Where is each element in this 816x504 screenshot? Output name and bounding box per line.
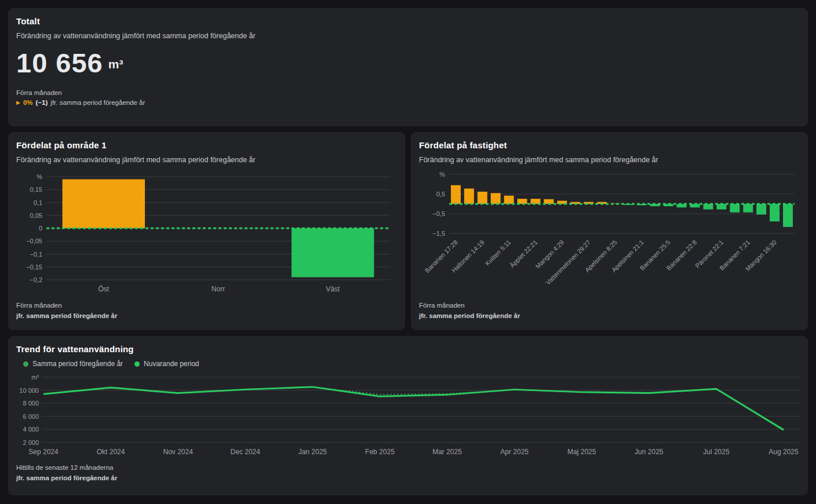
bar[interactable] xyxy=(743,204,753,213)
area-panel-subtitle: Förändring av vattenanvändning jämfört m… xyxy=(16,156,397,164)
trend-footer-line1: Hittills de senaste 12 månaderna xyxy=(16,463,800,473)
delta-comparison-text: jfr. samma period föregående år xyxy=(50,99,145,106)
legend-label: Nuvarande period xyxy=(144,360,199,368)
area-bar-chart: 0,150,10,050−0,05−0,1−0,15−0,2%ÖstNorrVä… xyxy=(16,169,397,298)
x-tick-label: Norr xyxy=(212,285,225,293)
bar[interactable] xyxy=(756,204,766,214)
x-tick-label: Sep 2024 xyxy=(28,448,59,456)
total-value: 10 656 m³ xyxy=(16,49,800,76)
total-panel-title: Totalt xyxy=(16,16,800,26)
y-tick-label: −0,5 xyxy=(432,210,445,217)
bar[interactable] xyxy=(504,196,514,204)
trend-panel-title: Trend för vattenanvändning xyxy=(16,344,800,354)
trend-legend: Samma period föregående årNuvarande peri… xyxy=(23,360,800,368)
x-tick-label: Okt 2024 xyxy=(97,448,125,456)
dashboard: Totalt Förändring av vattenanvändning jä… xyxy=(0,0,816,503)
legend-item[interactable]: Samma period föregående år xyxy=(23,360,123,368)
bar[interactable] xyxy=(730,204,740,213)
bar[interactable] xyxy=(491,193,501,204)
property-footer-line2: jfr. samma period föregående år xyxy=(419,311,800,322)
y-tick-label: −0,2 xyxy=(30,276,42,283)
delta-count: (−1) xyxy=(36,99,48,106)
y-tick-label: 0,05 xyxy=(30,212,42,219)
x-tick-label: Jan 2025 xyxy=(298,448,327,456)
legend-dot-icon xyxy=(134,361,140,367)
y-axis-unit: % xyxy=(37,173,42,180)
legend-item[interactable]: Nuvarande period xyxy=(134,360,199,368)
bar[interactable] xyxy=(451,185,461,204)
y-tick-label: 10 000 xyxy=(19,387,39,394)
property-panel-title: Fördelat på fastighet xyxy=(419,140,800,150)
legend-label: Samma period föregående år xyxy=(32,360,123,368)
y-tick-label: 6 000 xyxy=(23,413,39,420)
trend-panel: Trend för vattenanvändning Samma period … xyxy=(8,336,808,495)
total-panel-subtitle: Förändring av vattenanvändning jämfört m… xyxy=(16,32,800,40)
x-tick-label: Dec 2024 xyxy=(231,448,261,456)
bar[interactable] xyxy=(770,204,779,221)
delta-percent: 0% xyxy=(23,99,33,106)
x-tick-label: Apr 2025 xyxy=(500,448,529,456)
total-panel: Totalt Förändring av vattenanvändning jä… xyxy=(8,8,808,126)
property-panel-subtitle: Förändring av vattenanvändning jämfört m… xyxy=(419,156,800,164)
x-tick-label: Aug 2025 xyxy=(768,448,799,456)
bar[interactable] xyxy=(63,179,145,228)
bar[interactable] xyxy=(292,228,374,277)
total-number: 10 656 xyxy=(16,49,103,76)
y-tick-label: −0,05 xyxy=(26,238,42,244)
property-panel: Fördelat på fastighet Förändring av vatt… xyxy=(411,132,808,330)
area-panel-footer: Förra månaden jfr. samma period föregåen… xyxy=(16,301,397,322)
y-tick-label: 8 000 xyxy=(23,400,39,407)
area-footer-line1: Förra månaden xyxy=(16,301,397,311)
y-axis-unit: m³ xyxy=(31,374,39,381)
y-tick-label: −0,1 xyxy=(30,251,42,258)
property-bar-chart: 0,5−0,5−1,5%Bananen 17:28Hallonen 14:19K… xyxy=(419,169,800,298)
middle-row: Fördelat på område 1 Förändring av vatte… xyxy=(8,132,808,330)
y-tick-label: 0,1 xyxy=(34,199,42,206)
y-tick-label: 0,5 xyxy=(436,191,445,198)
y-tick-label: 0,15 xyxy=(30,186,42,193)
y-tick-label: 4 000 xyxy=(23,426,39,433)
x-tick-label: Jul 2025 xyxy=(703,448,730,456)
x-tick-label: Mar 2025 xyxy=(432,448,462,456)
x-tick-label: Nov 2024 xyxy=(163,448,193,456)
x-tick-label: Jun 2025 xyxy=(635,448,664,456)
bar[interactable] xyxy=(464,188,474,204)
legend-dot-icon xyxy=(23,361,28,367)
trend-right-arrow-icon: ▶ xyxy=(16,100,20,105)
trend-line-chart: 10 0008 0006 0004 0002 000m³Sep 2024Okt … xyxy=(16,372,800,459)
trend-line-current[interactable] xyxy=(43,387,784,430)
area-panel-title: Fördelat på område 1 xyxy=(16,140,397,150)
x-tick-label: Kvitten 5:11 xyxy=(484,239,512,267)
bar[interactable] xyxy=(783,204,793,227)
total-unit: m³ xyxy=(108,57,123,71)
y-axis-unit: % xyxy=(439,171,445,178)
bar[interactable] xyxy=(478,192,487,204)
area-footer-line2: jfr. samma period föregående år xyxy=(16,311,397,322)
delta-row: ▶ 0% (−1) jfr. samma period föregående å… xyxy=(16,99,800,106)
x-tick-label: Väst xyxy=(326,285,340,293)
x-tick-label: Maj 2025 xyxy=(567,448,596,456)
y-tick-label: −0,15 xyxy=(26,264,42,271)
trend-footer-line2: jfr. samma period föregående år xyxy=(16,473,800,484)
area-panel: Fördelat på område 1 Förändring av vatte… xyxy=(8,132,405,330)
x-tick-label: Öst xyxy=(98,285,109,293)
x-tick-label: Feb 2025 xyxy=(365,448,395,456)
property-panel-footer: Förra månaden jfr. samma period föregåen… xyxy=(419,301,800,322)
x-tick-label: Vattenmelonen 29:27 xyxy=(544,239,592,286)
y-tick-label: −1,5 xyxy=(432,230,445,237)
trend-panel-footer: Hittills de senaste 12 månaderna jfr. sa… xyxy=(16,463,800,484)
y-tick-label: 0 xyxy=(39,225,42,232)
trend-line-previous[interactable] xyxy=(43,387,784,429)
y-tick-label: 2 000 xyxy=(23,439,39,446)
property-footer-line1: Förra månaden xyxy=(419,301,800,311)
total-period-label: Förra månaden xyxy=(16,89,800,96)
